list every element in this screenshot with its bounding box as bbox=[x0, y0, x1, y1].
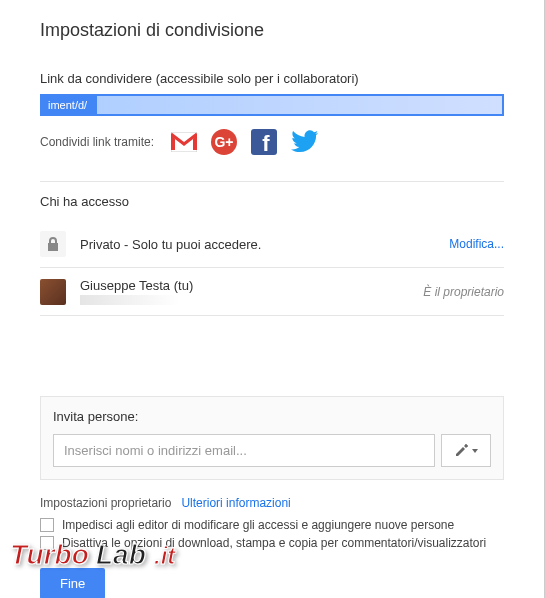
avatar bbox=[40, 279, 66, 305]
twitter-icon[interactable] bbox=[290, 128, 318, 156]
gmail-icon[interactable] bbox=[170, 128, 198, 156]
access-section: Chi ha accesso Privato - Solo tu puoi ac… bbox=[40, 181, 504, 316]
user-name: Giuseppe Testa (tu) bbox=[80, 278, 409, 293]
owner-option-2-label: Disattiva le opzioni di download, stampa… bbox=[62, 536, 486, 550]
sharing-dialog: Impostazioni di condivisione Link da con… bbox=[0, 0, 545, 598]
checkbox-2[interactable] bbox=[40, 536, 54, 550]
access-row-privacy: Privato - Solo tu puoi accedere. Modific… bbox=[40, 221, 504, 268]
svg-text:f: f bbox=[262, 131, 270, 155]
access-title: Chi ha accesso bbox=[40, 194, 504, 209]
owner-settings-title: Impostazioni proprietario bbox=[40, 496, 171, 510]
checkbox-1[interactable] bbox=[40, 518, 54, 532]
googleplus-icon[interactable]: G+ bbox=[210, 128, 238, 156]
owner-more-info-link[interactable]: Ulteriori informazioni bbox=[181, 496, 290, 510]
access-row-user: Giuseppe Testa (tu) È il proprietario bbox=[40, 268, 504, 316]
share-link-text: iment/d/ bbox=[46, 99, 89, 111]
owner-label: È il proprietario bbox=[423, 285, 504, 299]
svg-text:G+: G+ bbox=[215, 134, 234, 150]
privacy-modify-link[interactable]: Modifica... bbox=[449, 237, 504, 251]
dialog-title: Impostazioni di condivisione bbox=[40, 20, 504, 41]
owner-option-2[interactable]: Disattiva le opzioni di download, stampa… bbox=[40, 536, 504, 550]
lock-icon bbox=[40, 231, 66, 257]
done-button[interactable]: Fine bbox=[40, 568, 105, 598]
permission-dropdown-button[interactable] bbox=[441, 434, 491, 467]
share-via-row: Condividi link tramite: G+ f bbox=[40, 128, 504, 156]
share-via-label: Condividi link tramite: bbox=[40, 135, 154, 149]
invite-section: Invita persone: bbox=[40, 396, 504, 480]
invite-input[interactable] bbox=[53, 434, 435, 467]
invite-label: Invita persone: bbox=[53, 409, 491, 424]
user-email-blur bbox=[80, 295, 180, 305]
owner-option-1-label: Impedisci agli editor di modificare gli … bbox=[62, 518, 454, 532]
share-link-label: Link da condividere (accessibile solo pe… bbox=[40, 71, 504, 86]
owner-settings: Impostazioni proprietario Ulteriori info… bbox=[40, 496, 504, 550]
user-info: Giuseppe Testa (tu) bbox=[80, 278, 409, 305]
privacy-text: Privato - Solo tu puoi accedere. bbox=[80, 237, 435, 252]
facebook-icon[interactable]: f bbox=[250, 128, 278, 156]
chevron-down-icon bbox=[472, 449, 478, 453]
pencil-icon bbox=[454, 444, 468, 458]
share-link-input[interactable]: iment/d/ bbox=[40, 94, 504, 116]
owner-option-1[interactable]: Impedisci agli editor di modificare gli … bbox=[40, 518, 504, 532]
